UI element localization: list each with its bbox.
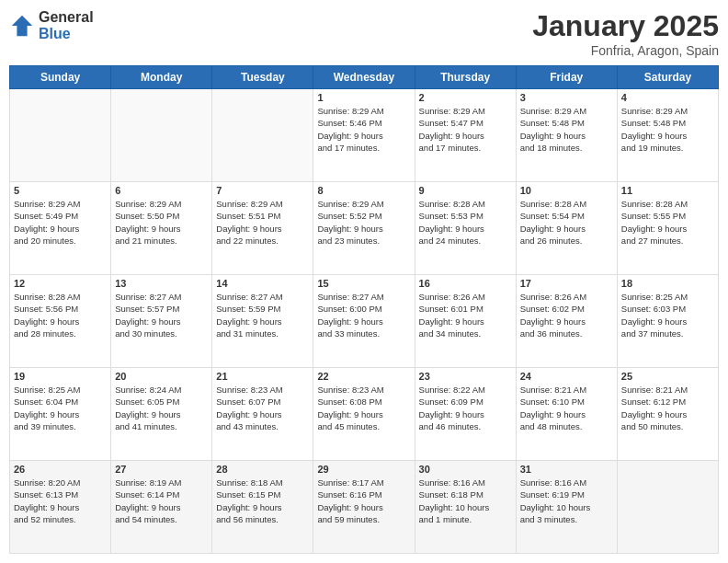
day-info: Sunrise: 8:26 AM Sunset: 6:02 PM Dayligh… — [520, 291, 613, 339]
day-number: 16 — [419, 278, 512, 289]
calendar-cell: 24Sunrise: 8:21 AM Sunset: 6:10 PM Dayli… — [516, 368, 617, 461]
calendar-cell: 16Sunrise: 8:26 AM Sunset: 6:01 PM Dayli… — [415, 275, 516, 368]
week-row-1: 1Sunrise: 8:29 AM Sunset: 5:46 PM Daylig… — [10, 89, 719, 182]
day-number: 8 — [317, 185, 410, 196]
calendar-cell — [10, 89, 111, 182]
day-info: Sunrise: 8:26 AM Sunset: 6:01 PM Dayligh… — [419, 291, 512, 339]
day-info: Sunrise: 8:16 AM Sunset: 6:19 PM Dayligh… — [520, 477, 613, 525]
day-info: Sunrise: 8:28 AM Sunset: 5:54 PM Dayligh… — [520, 198, 613, 247]
calendar-cell: 22Sunrise: 8:23 AM Sunset: 6:08 PM Dayli… — [313, 368, 415, 461]
day-info: Sunrise: 8:21 AM Sunset: 6:10 PM Dayligh… — [520, 384, 613, 432]
header: General Blue January 2025 Fonfria, Arago… — [9, 9, 719, 58]
day-number: 12 — [14, 278, 107, 289]
day-number: 13 — [115, 278, 208, 289]
calendar-cell: 10Sunrise: 8:28 AM Sunset: 5:54 PM Dayli… — [516, 182, 617, 275]
day-number: 24 — [520, 371, 613, 382]
calendar-cell: 1Sunrise: 8:29 AM Sunset: 5:46 PM Daylig… — [313, 89, 415, 182]
day-info: Sunrise: 8:28 AM Sunset: 5:53 PM Dayligh… — [419, 198, 512, 247]
week-row-3: 12Sunrise: 8:28 AM Sunset: 5:56 PM Dayli… — [10, 275, 719, 368]
day-info: Sunrise: 8:21 AM Sunset: 6:12 PM Dayligh… — [621, 384, 714, 432]
day-info: Sunrise: 8:29 AM Sunset: 5:52 PM Dayligh… — [317, 198, 410, 247]
day-number: 7 — [216, 185, 309, 196]
logo-general-text: General — [39, 9, 94, 26]
day-info: Sunrise: 8:23 AM Sunset: 6:07 PM Dayligh… — [216, 384, 309, 432]
logo: General Blue — [9, 9, 94, 41]
calendar-cell: 6Sunrise: 8:29 AM Sunset: 5:50 PM Daylig… — [111, 182, 212, 275]
day-info: Sunrise: 8:29 AM Sunset: 5:46 PM Dayligh… — [317, 105, 410, 154]
day-info: Sunrise: 8:27 AM Sunset: 6:00 PM Dayligh… — [317, 291, 410, 339]
day-info: Sunrise: 8:29 AM Sunset: 5:49 PM Dayligh… — [14, 198, 107, 247]
day-number: 9 — [419, 185, 512, 196]
calendar-cell: 5Sunrise: 8:29 AM Sunset: 5:49 PM Daylig… — [10, 182, 111, 275]
day-number: 26 — [14, 464, 107, 475]
calendar-cell: 18Sunrise: 8:25 AM Sunset: 6:03 PM Dayli… — [617, 275, 718, 368]
day-info: Sunrise: 8:20 AM Sunset: 6:13 PM Dayligh… — [14, 477, 107, 525]
day-info: Sunrise: 8:28 AM Sunset: 5:56 PM Dayligh… — [14, 291, 107, 339]
day-info: Sunrise: 8:17 AM Sunset: 6:16 PM Dayligh… — [317, 477, 410, 525]
calendar-cell: 17Sunrise: 8:26 AM Sunset: 6:02 PM Dayli… — [516, 275, 617, 368]
week-row-2: 5Sunrise: 8:29 AM Sunset: 5:49 PM Daylig… — [10, 182, 719, 275]
day-info: Sunrise: 8:16 AM Sunset: 6:18 PM Dayligh… — [419, 477, 512, 525]
calendar-body: 1Sunrise: 8:29 AM Sunset: 5:46 PM Daylig… — [10, 89, 719, 554]
weekday-row: SundayMondayTuesdayWednesdayThursdayFrid… — [10, 66, 719, 89]
logo-blue-text: Blue — [39, 26, 94, 42]
day-info: Sunrise: 8:29 AM Sunset: 5:50 PM Dayligh… — [115, 198, 208, 247]
weekday-header-sunday: Sunday — [10, 66, 111, 89]
weekday-header-friday: Friday — [516, 66, 617, 89]
day-number: 25 — [621, 371, 714, 382]
day-number: 20 — [115, 371, 208, 382]
logo-text: General Blue — [39, 9, 94, 41]
day-number: 29 — [317, 464, 410, 475]
calendar-cell: 15Sunrise: 8:27 AM Sunset: 6:00 PM Dayli… — [313, 275, 415, 368]
calendar-cell — [617, 461, 718, 554]
week-row-4: 19Sunrise: 8:25 AM Sunset: 6:04 PM Dayli… — [10, 368, 719, 461]
calendar-cell: 27Sunrise: 8:19 AM Sunset: 6:14 PM Dayli… — [111, 461, 212, 554]
day-info: Sunrise: 8:29 AM Sunset: 5:51 PM Dayligh… — [216, 198, 309, 247]
calendar-cell: 13Sunrise: 8:27 AM Sunset: 5:57 PM Dayli… — [111, 275, 212, 368]
day-number: 23 — [419, 371, 512, 382]
calendar-cell: 7Sunrise: 8:29 AM Sunset: 5:51 PM Daylig… — [212, 182, 313, 275]
day-info: Sunrise: 8:24 AM Sunset: 6:05 PM Dayligh… — [115, 384, 208, 432]
day-number: 17 — [520, 278, 613, 289]
weekday-header-wednesday: Wednesday — [313, 66, 415, 89]
calendar-cell: 8Sunrise: 8:29 AM Sunset: 5:52 PM Daylig… — [313, 182, 415, 275]
day-number: 22 — [317, 371, 410, 382]
month-title: January 2025 — [532, 9, 719, 43]
day-number: 1 — [317, 92, 410, 103]
day-number: 28 — [216, 464, 309, 475]
day-info: Sunrise: 8:25 AM Sunset: 6:04 PM Dayligh… — [14, 384, 107, 432]
day-number: 11 — [621, 185, 714, 196]
calendar-cell: 9Sunrise: 8:28 AM Sunset: 5:53 PM Daylig… — [415, 182, 516, 275]
day-number: 21 — [216, 371, 309, 382]
weekday-header-saturday: Saturday — [617, 66, 718, 89]
calendar-cell — [111, 89, 212, 182]
calendar-cell: 4Sunrise: 8:29 AM Sunset: 5:48 PM Daylig… — [617, 89, 718, 182]
day-info: Sunrise: 8:19 AM Sunset: 6:14 PM Dayligh… — [115, 477, 208, 525]
day-info: Sunrise: 8:29 AM Sunset: 5:48 PM Dayligh… — [520, 105, 613, 154]
calendar-cell: 30Sunrise: 8:16 AM Sunset: 6:18 PM Dayli… — [415, 461, 516, 554]
day-number: 3 — [520, 92, 613, 103]
day-info: Sunrise: 8:25 AM Sunset: 6:03 PM Dayligh… — [621, 291, 714, 339]
logo-icon — [9, 13, 35, 39]
calendar-cell: 11Sunrise: 8:28 AM Sunset: 5:55 PM Dayli… — [617, 182, 718, 275]
day-number: 31 — [520, 464, 613, 475]
day-number: 18 — [621, 278, 714, 289]
calendar-cell: 28Sunrise: 8:18 AM Sunset: 6:15 PM Dayli… — [212, 461, 313, 554]
day-number: 19 — [14, 371, 107, 382]
day-info: Sunrise: 8:18 AM Sunset: 6:15 PM Dayligh… — [216, 477, 309, 525]
title-section: January 2025 Fonfria, Aragon, Spain — [532, 9, 719, 58]
calendar-cell: 29Sunrise: 8:17 AM Sunset: 6:16 PM Dayli… — [313, 461, 415, 554]
calendar-table: SundayMondayTuesdayWednesdayThursdayFrid… — [9, 65, 719, 554]
day-number: 15 — [317, 278, 410, 289]
day-info: Sunrise: 8:27 AM Sunset: 5:59 PM Dayligh… — [216, 291, 309, 339]
svg-marker-0 — [12, 15, 32, 35]
day-number: 2 — [419, 92, 512, 103]
calendar-cell: 31Sunrise: 8:16 AM Sunset: 6:19 PM Dayli… — [516, 461, 617, 554]
location-title: Fonfria, Aragon, Spain — [532, 43, 719, 58]
day-number: 27 — [115, 464, 208, 475]
calendar-cell: 20Sunrise: 8:24 AM Sunset: 6:05 PM Dayli… — [111, 368, 212, 461]
day-number: 14 — [216, 278, 309, 289]
day-info: Sunrise: 8:28 AM Sunset: 5:55 PM Dayligh… — [621, 198, 714, 247]
calendar-cell: 25Sunrise: 8:21 AM Sunset: 6:12 PM Dayli… — [617, 368, 718, 461]
calendar-cell: 21Sunrise: 8:23 AM Sunset: 6:07 PM Dayli… — [212, 368, 313, 461]
